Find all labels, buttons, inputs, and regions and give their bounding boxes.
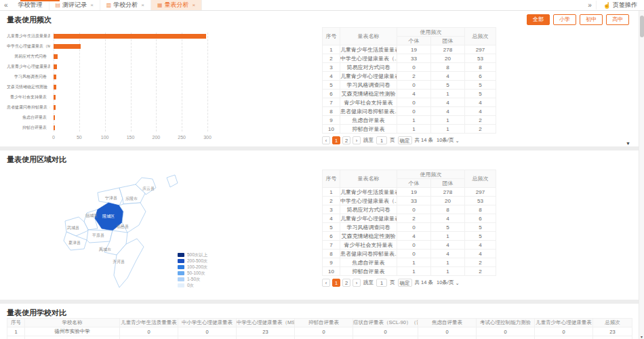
tab-学校管理[interactable]: 学校管理 <box>12 0 49 10</box>
page-button-1[interactable]: 1 <box>332 136 340 144</box>
column-header: 使用频次 <box>397 170 465 179</box>
page-size-select[interactable]: 10条/页⌄ <box>436 279 460 287</box>
table-row: 7青少年社会支持量表044 <box>323 98 496 107</box>
prev-page-button[interactable]: ‹ <box>322 279 330 287</box>
map-region-宁津县[interactable] <box>98 188 123 205</box>
clipboard-icon: ▤ <box>56 2 61 8</box>
legend-swatch <box>178 253 184 257</box>
table-row: 10抑郁自评量表112 <box>323 125 496 134</box>
filter-button-初中[interactable]: 初中 <box>580 14 603 25</box>
section-title-region: 量表使用区域对比 <box>7 155 66 165</box>
table-cell: 1 <box>431 232 465 241</box>
column-header: 儿童青少年生活质量量表 <box>120 319 178 327</box>
close-icon[interactable]: × <box>90 2 94 8</box>
legend-label: 100-200次 <box>187 264 207 271</box>
map-region-陵城区[interactable] <box>95 203 123 231</box>
filter-button-全部[interactable]: 全部 <box>527 14 550 25</box>
table-cell <box>295 336 353 339</box>
tab-actions-button[interactable]: ☝ 页签操作 <box>596 1 644 9</box>
table-cell: 5 <box>465 223 496 232</box>
expand-tabs-icon[interactable]: » <box>584 1 596 9</box>
column-header: 中小学生心理健康量表 <box>178 319 237 327</box>
table-row: 5学习风格调查问卷055 <box>323 81 496 89</box>
table-cell: 4 <box>431 250 465 258</box>
chevron-down-icon: ⌄ <box>455 138 459 144</box>
filter-button-小学[interactable]: 小学 <box>553 14 576 25</box>
table-row: 3简易应对方式问卷088 <box>323 63 496 72</box>
table-cell: 4 <box>431 72 465 81</box>
table-cell: 4 <box>397 89 431 98</box>
confirm-jump-button[interactable]: 确定 <box>398 279 412 287</box>
collapse-tabs-icon[interactable]: « <box>0 0 12 10</box>
table-cell: 1 <box>431 125 465 134</box>
table-cell <box>353 336 418 339</box>
table-cell: 4 <box>465 250 496 258</box>
total-count-label: 共 14 条 <box>414 137 435 144</box>
page-button-2[interactable]: 2 <box>342 279 350 287</box>
table-cell: 23 <box>237 327 295 336</box>
close-icon[interactable]: × <box>193 2 196 8</box>
jump-label: 跳至 <box>363 279 374 286</box>
table-cell: 19 <box>397 188 431 197</box>
page-button-1[interactable]: 1 <box>332 279 340 287</box>
table-cell: 4 <box>323 214 340 223</box>
jump-page-input[interactable] <box>376 279 387 287</box>
confirm-jump-button[interactable]: 确定 <box>398 136 412 144</box>
jump-page-input[interactable] <box>376 136 387 144</box>
next-page-button[interactable]: › <box>353 279 361 287</box>
table-row: 3简易应对方式问卷088 <box>323 205 496 214</box>
table-cell: 23 <box>593 327 632 336</box>
scroll-down-icon[interactable]: ▼ <box>626 141 630 146</box>
table-cell: 6 <box>465 72 496 81</box>
table-cell: 4 <box>465 241 496 250</box>
chart-bar <box>54 105 56 110</box>
tab-actions-label: 页签操作 <box>613 1 637 9</box>
vertical-scrollbar[interactable]: ▾ <box>639 11 644 339</box>
table-row: 2中学生心理健康量表（...332053 <box>323 54 496 63</box>
table-cell: 抑郁自评量表 <box>340 125 397 134</box>
table-cell: 33 <box>397 54 431 63</box>
table-row: 4儿童青少年心理健康量表246 <box>323 72 496 81</box>
filter-button-高中[interactable]: 高中 <box>606 14 629 25</box>
scrollbar-thumb[interactable] <box>640 16 644 37</box>
table-cell: 10 <box>323 267 340 276</box>
prev-page-button[interactable]: ‹ <box>322 136 330 144</box>
column-header: 儿童青少年心理健康量表 <box>535 319 593 327</box>
column-header: 中学生心理健康量表（MSSMHS） <box>237 319 295 327</box>
tab-量表分析[interactable]: ▦量表分析× <box>151 0 202 10</box>
table-cell: 5 <box>465 89 496 98</box>
next-page-button[interactable]: › <box>353 136 361 144</box>
map-region-平原县[interactable] <box>87 230 113 243</box>
scrollbar-down-icon[interactable]: ▾ <box>639 334 644 339</box>
table-row: 5学习风格调查问卷055 <box>323 223 496 232</box>
table-cell: 1 <box>431 258 465 267</box>
map-region-临邑县[interactable] <box>119 203 146 233</box>
legend-label: 500次以上 <box>187 252 207 258</box>
legend-item: 500次以上 <box>178 252 207 258</box>
chart-category-label: 焦虑自评量表 <box>7 113 50 123</box>
tab-label: 学校管理 <box>18 1 43 9</box>
column-header: 个体 <box>397 37 431 45</box>
chart-category-label: 儿童青少年心理健康量表 <box>7 62 50 72</box>
school-compare-table: 序号学校名称儿童青少年生活质量量表中小学生心理健康量表中学生心理健康量表（MSS… <box>7 318 632 339</box>
table-header-row: 序号量表名称使用频次总频次 <box>323 28 496 37</box>
column-header: 量表名称 <box>340 170 397 188</box>
usage-table-2: 序号量表名称使用频次总频次个体团体1儿童青少年生活质量量表192782972中学… <box>322 170 496 287</box>
legend-item: 0次 <box>178 283 207 288</box>
table-cell: 4 <box>465 107 496 116</box>
chart-category-label: 患者健康问卷抑郁量表（PHQ-9） <box>7 102 50 113</box>
table-cell: 9 <box>323 258 340 267</box>
close-icon[interactable]: × <box>141 2 144 8</box>
page-size-select[interactable]: 10条/页⌄ <box>436 136 460 144</box>
table-cell: 6 <box>323 232 340 241</box>
table-cell: 抑郁自评量表 <box>340 267 397 276</box>
tab-测评记录[interactable]: ▤测评记录× <box>49 0 100 10</box>
panel-region-compare: 量表使用区域对比 宁津县乐陵市庆云县德城区陵城区临邑县武城县夏津县平原县禹城市齐… <box>0 151 639 300</box>
table-cell: 0 <box>477 327 535 336</box>
table-cell: 1 <box>323 188 340 197</box>
table-cell: 53 <box>465 54 496 63</box>
table-cell: 学习风格调查问卷 <box>340 223 397 232</box>
page-button-2[interactable]: 2 <box>342 136 350 144</box>
tab-学校分析[interactable]: ▥学校分析× <box>100 0 151 10</box>
legend-swatch <box>178 277 184 281</box>
